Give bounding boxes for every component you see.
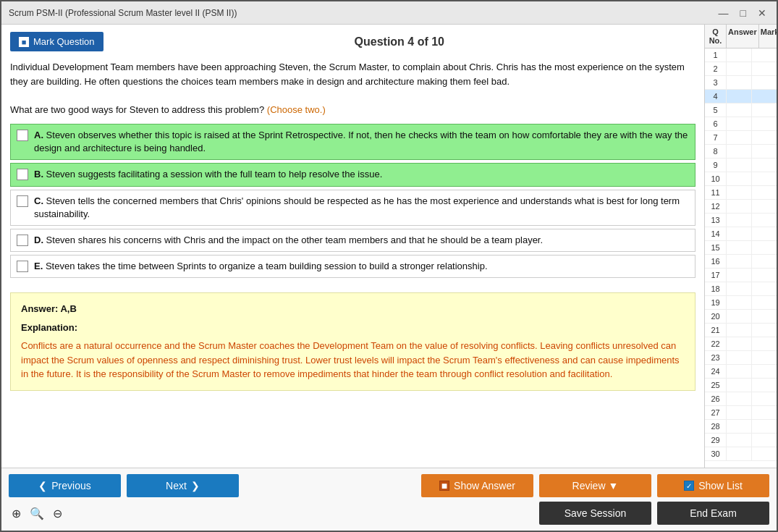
sidebar-row-number: 5 (705, 104, 727, 117)
bottom-row-1: ❮ Previous Next ❯ ■ Show Answer Review ▼… (9, 474, 769, 497)
sidebar-row[interactable]: 4 (705, 90, 777, 104)
sidebar-row[interactable]: 30 (705, 447, 777, 461)
close-button[interactable]: ✕ (755, 7, 769, 19)
sidebar-row-number: 4 (705, 90, 727, 103)
sidebar-row[interactable]: 5 (705, 104, 777, 117)
sidebar-row[interactable]: 13 (705, 214, 777, 227)
sidebar-row-number: 13 (705, 214, 727, 227)
options-container: A. Steven observes whether this topic is… (10, 124, 695, 281)
sidebar-row-marked (752, 365, 777, 378)
sidebar-row-number: 15 (705, 241, 727, 254)
maximize-button[interactable]: □ (737, 7, 749, 19)
save-session-button[interactable]: Save Session (539, 502, 651, 525)
sidebar-row[interactable]: 1 (705, 48, 777, 62)
sidebar-row[interactable]: 18 (705, 282, 777, 296)
sidebar-col-qno: Q No. (705, 25, 727, 48)
option-b[interactable]: B. Steven suggests facilitating a sessio… (10, 163, 695, 186)
sidebar-row[interactable]: 7 (705, 131, 777, 145)
sidebar-row-number: 3 (705, 76, 727, 89)
sidebar-row[interactable]: 25 (705, 379, 777, 392)
sidebar-row[interactable]: 11 (705, 186, 777, 200)
sidebar-row-answer (727, 310, 752, 323)
checkbox-c[interactable] (17, 195, 28, 207)
sidebar-row[interactable]: 20 (705, 310, 777, 324)
option-d[interactable]: D. Steven shares his concerns with Chris… (10, 229, 695, 252)
show-answer-button[interactable]: ■ Show Answer (421, 474, 533, 497)
checkbox-d[interactable] (17, 235, 28, 246)
bottom-bar: ❮ Previous Next ❯ ■ Show Answer Review ▼… (1, 468, 777, 531)
option-e[interactable]: E. Steven takes the time between Sprints… (10, 255, 695, 278)
sidebar-row[interactable]: 28 (705, 420, 777, 434)
question-body-2: What are two good ways for Steven to add… (10, 103, 695, 117)
sidebar-row[interactable]: 17 (705, 269, 777, 282)
sidebar-row-marked (752, 62, 777, 75)
sidebar-col-marked: Marked (759, 25, 777, 48)
end-exam-button[interactable]: End Exam (657, 502, 769, 525)
sidebar-row[interactable]: 15 (705, 241, 777, 255)
zoom-controls: ⊕ 🔍 ⊖ (9, 505, 65, 522)
sidebar-row-marked (752, 117, 777, 130)
sidebar-row-marked (752, 131, 777, 144)
sidebar-row[interactable]: 2 (705, 62, 777, 76)
show-list-button[interactable]: ✓ Show List (657, 474, 769, 497)
next-button[interactable]: Next ❯ (127, 474, 239, 497)
sidebar-row-number: 19 (705, 296, 727, 309)
sidebar-row-number: 25 (705, 379, 727, 392)
sidebar-row[interactable]: 29 (705, 434, 777, 447)
mark-question-label: Mark Question (33, 36, 95, 47)
sidebar-row-answer (727, 351, 752, 364)
checkbox-a[interactable] (17, 130, 28, 141)
sidebar-row-number: 17 (705, 269, 727, 282)
option-c[interactable]: C. Steven tells the concerned members th… (10, 190, 695, 226)
zoom-in-button[interactable]: ⊕ (9, 505, 24, 522)
title-bar: Scrum PSM-II (Professional Scrum Master … (1, 1, 777, 25)
sidebar-row-number: 30 (705, 447, 727, 460)
sidebar-row[interactable]: 3 (705, 76, 777, 90)
sidebar-row-marked (752, 200, 777, 213)
sidebar-row[interactable]: 27 (705, 406, 777, 420)
sidebar-row[interactable]: 23 (705, 351, 777, 365)
sidebar-row-answer (727, 255, 752, 268)
sidebar-row-marked (752, 255, 777, 268)
sidebar-row[interactable]: 24 (705, 365, 777, 379)
sidebar-row-number: 21 (705, 324, 727, 337)
review-button[interactable]: Review ▼ (539, 474, 651, 497)
window-controls: — □ ✕ (716, 7, 769, 19)
option-b-text: B. Steven suggests facilitating a sessio… (34, 168, 382, 181)
sidebar-row-marked (752, 434, 777, 447)
sidebar-row-marked (752, 337, 777, 350)
main-panel: ■ Mark Question Question 4 of 10 Individ… (1, 25, 704, 468)
zoom-fit-button[interactable]: 🔍 (27, 505, 47, 522)
mark-question-button[interactable]: ■ Mark Question (10, 32, 103, 51)
sidebar-row-answer (727, 48, 752, 62)
option-a[interactable]: A. Steven observes whether this topic is… (10, 124, 695, 160)
header-row: ■ Mark Question Question 4 of 10 (10, 32, 695, 51)
sidebar-row-marked (752, 90, 777, 103)
previous-button[interactable]: ❮ Previous (9, 474, 121, 497)
sidebar-row[interactable]: 19 (705, 296, 777, 310)
sidebar-row-answer (727, 214, 752, 227)
option-d-text: D. Steven shares his concerns with Chris… (34, 234, 543, 247)
sidebar-row[interactable]: 9 (705, 159, 777, 172)
checkbox-e[interactable] (17, 261, 28, 272)
sidebar-row[interactable]: 8 (705, 145, 777, 159)
sidebar-row[interactable]: 16 (705, 255, 777, 269)
zoom-out-button[interactable]: ⊖ (50, 505, 65, 522)
sidebar-row-answer (727, 365, 752, 378)
sidebar-row[interactable]: 14 (705, 227, 777, 241)
sidebar-row-answer (727, 172, 752, 185)
sidebar-row[interactable]: 21 (705, 324, 777, 337)
checkbox-b[interactable] (17, 169, 28, 180)
sidebar-list: 1 2 3 4 5 6 7 8 (705, 48, 777, 468)
sidebar-row-answer (727, 406, 752, 419)
sidebar-row[interactable]: 6 (705, 117, 777, 131)
sidebar-row[interactable]: 22 (705, 337, 777, 351)
minimize-button[interactable]: — (716, 7, 732, 19)
question-text-block: Individual Development Team members have… (10, 60, 695, 117)
sidebar-row-marked (752, 159, 777, 172)
sidebar-row[interactable]: 10 (705, 172, 777, 186)
sidebar-row-number: 22 (705, 337, 727, 350)
app-window: Scrum PSM-II (Professional Scrum Master … (0, 0, 778, 532)
sidebar-row[interactable]: 12 (705, 200, 777, 214)
sidebar-row[interactable]: 26 (705, 392, 777, 406)
